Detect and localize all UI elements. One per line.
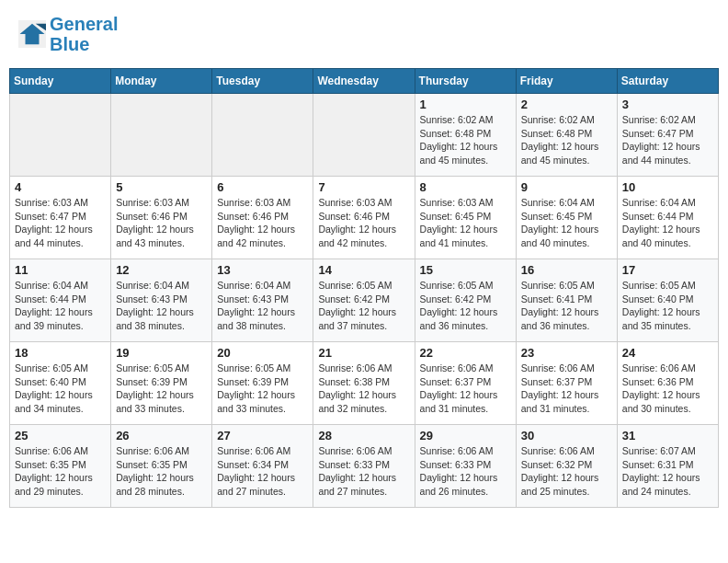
day-number: 27 xyxy=(217,429,308,442)
day-number: 24 xyxy=(622,346,713,360)
day-info: Sunrise: 6:05 AMSunset: 6:39 PMDaylight:… xyxy=(116,362,207,416)
page-header: GeneralBlue xyxy=(9,9,719,59)
day-number: 1 xyxy=(420,98,511,111)
day-cell: 14Sunrise: 6:05 AMSunset: 6:42 PMDayligh… xyxy=(313,259,415,342)
day-number: 25 xyxy=(15,429,106,442)
day-cell: 10Sunrise: 6:04 AMSunset: 6:44 PMDayligh… xyxy=(617,177,718,259)
calendar-body: 1Sunrise: 6:02 AMSunset: 6:48 PMDaylight… xyxy=(10,94,719,508)
day-cell: 18Sunrise: 6:05 AMSunset: 6:40 PMDayligh… xyxy=(10,342,111,425)
day-info: Sunrise: 6:04 AMSunset: 6:43 PMDaylight:… xyxy=(217,279,308,333)
week-row-3: 11Sunrise: 6:04 AMSunset: 6:44 PMDayligh… xyxy=(10,259,719,342)
day-number: 13 xyxy=(217,263,308,277)
calendar-header: SundayMondayTuesdayWednesdayThursdayFrid… xyxy=(10,69,719,94)
day-cell: 25Sunrise: 6:06 AMSunset: 6:35 PMDayligh… xyxy=(10,425,111,508)
day-number: 5 xyxy=(116,180,207,194)
day-cell xyxy=(111,94,212,177)
day-info: Sunrise: 6:06 AMSunset: 6:38 PMDaylight:… xyxy=(318,362,409,416)
day-cell: 7Sunrise: 6:03 AMSunset: 6:46 PMDaylight… xyxy=(313,177,415,259)
week-row-2: 4Sunrise: 6:03 AMSunset: 6:47 PMDaylight… xyxy=(10,177,719,259)
day-cell: 16Sunrise: 6:05 AMSunset: 6:41 PMDayligh… xyxy=(516,259,617,342)
day-cell: 20Sunrise: 6:05 AMSunset: 6:39 PMDayligh… xyxy=(212,342,313,425)
day-cell: 8Sunrise: 6:03 AMSunset: 6:45 PMDaylight… xyxy=(415,177,516,259)
day-cell: 23Sunrise: 6:06 AMSunset: 6:37 PMDayligh… xyxy=(516,342,617,425)
day-info: Sunrise: 6:06 AMSunset: 6:34 PMDaylight:… xyxy=(217,444,308,499)
logo-text: GeneralBlue xyxy=(50,14,118,54)
day-cell: 24Sunrise: 6:06 AMSunset: 6:36 PMDayligh… xyxy=(617,342,718,425)
day-info: Sunrise: 6:06 AMSunset: 6:35 PMDaylight:… xyxy=(116,444,207,499)
day-number: 17 xyxy=(622,263,713,277)
day-info: Sunrise: 6:02 AMSunset: 6:48 PMDaylight:… xyxy=(521,113,612,167)
day-number: 22 xyxy=(420,346,511,360)
day-info: Sunrise: 6:03 AMSunset: 6:45 PMDaylight:… xyxy=(420,196,511,250)
day-number: 18 xyxy=(15,346,106,360)
day-cell: 3Sunrise: 6:02 AMSunset: 6:47 PMDaylight… xyxy=(617,94,718,177)
day-number: 2 xyxy=(521,98,612,111)
day-info: Sunrise: 6:05 AMSunset: 6:39 PMDaylight:… xyxy=(217,362,308,416)
day-number: 28 xyxy=(318,429,409,442)
logo-icon xyxy=(18,20,46,48)
header-saturday: Saturday xyxy=(617,69,718,94)
day-cell: 31Sunrise: 6:07 AMSunset: 6:31 PMDayligh… xyxy=(617,425,718,508)
day-info: Sunrise: 6:04 AMSunset: 6:44 PMDaylight:… xyxy=(15,279,106,333)
day-info: Sunrise: 6:03 AMSunset: 6:46 PMDaylight:… xyxy=(116,196,207,250)
day-cell: 29Sunrise: 6:06 AMSunset: 6:33 PMDayligh… xyxy=(415,425,516,508)
week-row-4: 18Sunrise: 6:05 AMSunset: 6:40 PMDayligh… xyxy=(10,342,719,425)
day-number: 16 xyxy=(521,263,612,277)
day-cell: 19Sunrise: 6:05 AMSunset: 6:39 PMDayligh… xyxy=(111,342,212,425)
day-cell: 13Sunrise: 6:04 AMSunset: 6:43 PMDayligh… xyxy=(212,259,313,342)
day-number: 8 xyxy=(420,180,511,194)
header-friday: Friday xyxy=(516,69,617,94)
day-info: Sunrise: 6:06 AMSunset: 6:32 PMDaylight:… xyxy=(521,444,612,499)
day-number: 9 xyxy=(521,180,612,194)
day-info: Sunrise: 6:05 AMSunset: 6:41 PMDaylight:… xyxy=(521,279,612,333)
day-number: 20 xyxy=(217,346,308,360)
day-info: Sunrise: 6:04 AMSunset: 6:43 PMDaylight:… xyxy=(116,279,207,333)
day-info: Sunrise: 6:06 AMSunset: 6:37 PMDaylight:… xyxy=(420,362,511,416)
day-info: Sunrise: 6:06 AMSunset: 6:33 PMDaylight:… xyxy=(318,444,409,499)
day-number: 6 xyxy=(217,180,308,194)
header-tuesday: Tuesday xyxy=(212,69,313,94)
logo: GeneralBlue xyxy=(18,14,118,54)
day-number: 11 xyxy=(15,263,106,277)
day-cell: 1Sunrise: 6:02 AMSunset: 6:48 PMDaylight… xyxy=(415,94,516,177)
day-info: Sunrise: 6:03 AMSunset: 6:47 PMDaylight:… xyxy=(15,196,106,250)
day-cell: 9Sunrise: 6:04 AMSunset: 6:45 PMDaylight… xyxy=(516,177,617,259)
day-cell: 5Sunrise: 6:03 AMSunset: 6:46 PMDaylight… xyxy=(111,177,212,259)
day-info: Sunrise: 6:06 AMSunset: 6:36 PMDaylight:… xyxy=(622,362,713,416)
day-cell: 12Sunrise: 6:04 AMSunset: 6:43 PMDayligh… xyxy=(111,259,212,342)
day-number: 15 xyxy=(420,263,511,277)
day-info: Sunrise: 6:06 AMSunset: 6:37 PMDaylight:… xyxy=(521,362,612,416)
day-cell: 11Sunrise: 6:04 AMSunset: 6:44 PMDayligh… xyxy=(10,259,111,342)
day-cell: 17Sunrise: 6:05 AMSunset: 6:40 PMDayligh… xyxy=(617,259,718,342)
header-row: SundayMondayTuesdayWednesdayThursdayFrid… xyxy=(10,69,719,94)
day-number: 3 xyxy=(622,98,713,111)
day-cell: 2Sunrise: 6:02 AMSunset: 6:48 PMDaylight… xyxy=(516,94,617,177)
day-number: 14 xyxy=(318,263,409,277)
day-info: Sunrise: 6:04 AMSunset: 6:45 PMDaylight:… xyxy=(521,196,612,250)
day-info: Sunrise: 6:06 AMSunset: 6:35 PMDaylight:… xyxy=(15,444,106,499)
day-info: Sunrise: 6:05 AMSunset: 6:40 PMDaylight:… xyxy=(15,362,106,416)
day-cell: 27Sunrise: 6:06 AMSunset: 6:34 PMDayligh… xyxy=(212,425,313,508)
day-number: 30 xyxy=(521,429,612,442)
day-number: 29 xyxy=(420,429,511,442)
header-wednesday: Wednesday xyxy=(313,69,415,94)
day-cell: 6Sunrise: 6:03 AMSunset: 6:46 PMDaylight… xyxy=(212,177,313,259)
day-info: Sunrise: 6:03 AMSunset: 6:46 PMDaylight:… xyxy=(318,196,409,250)
day-number: 7 xyxy=(318,180,409,194)
calendar-table: SundayMondayTuesdayWednesdayThursdayFrid… xyxy=(9,68,719,508)
day-cell: 21Sunrise: 6:06 AMSunset: 6:38 PMDayligh… xyxy=(313,342,415,425)
day-cell xyxy=(10,94,111,177)
day-cell xyxy=(313,94,415,177)
header-thursday: Thursday xyxy=(415,69,516,94)
day-cell: 4Sunrise: 6:03 AMSunset: 6:47 PMDaylight… xyxy=(10,177,111,259)
week-row-5: 25Sunrise: 6:06 AMSunset: 6:35 PMDayligh… xyxy=(10,425,719,508)
day-number: 4 xyxy=(15,180,106,194)
day-info: Sunrise: 6:05 AMSunset: 6:42 PMDaylight:… xyxy=(420,279,511,333)
day-cell xyxy=(212,94,313,177)
day-info: Sunrise: 6:07 AMSunset: 6:31 PMDaylight:… xyxy=(622,444,713,499)
week-row-1: 1Sunrise: 6:02 AMSunset: 6:48 PMDaylight… xyxy=(10,94,719,177)
day-number: 26 xyxy=(116,429,207,442)
day-info: Sunrise: 6:03 AMSunset: 6:46 PMDaylight:… xyxy=(217,196,308,250)
day-info: Sunrise: 6:05 AMSunset: 6:40 PMDaylight:… xyxy=(622,279,713,333)
day-number: 19 xyxy=(116,346,207,360)
